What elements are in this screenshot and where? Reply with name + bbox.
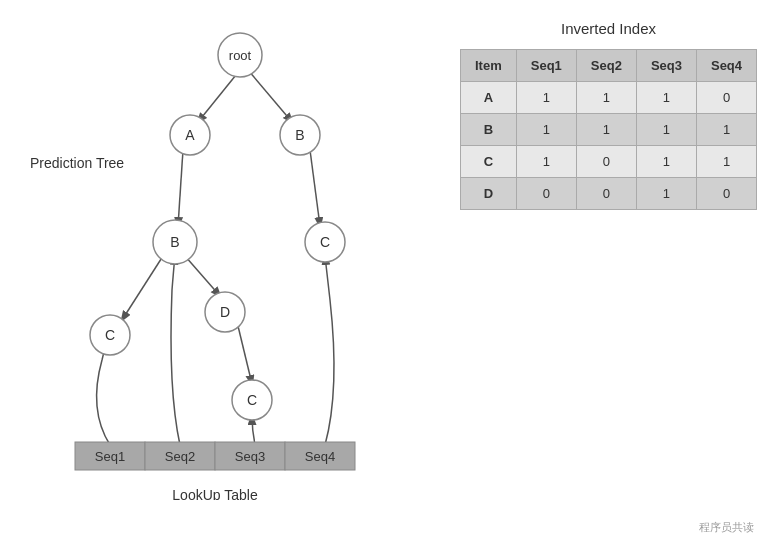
inverted-index-table: Item Seq1 Seq2 Seq3 Seq4 A1110B1111C1011… [460,49,757,210]
cell-value: 0 [696,82,756,114]
svg-line-2 [178,150,183,226]
col-header-seq1: Seq1 [516,50,576,82]
svg-text:D: D [220,304,230,320]
svg-line-5 [185,256,220,296]
cell-item: A [461,82,517,114]
svg-text:Seq3: Seq3 [235,449,265,464]
col-header-item: Item [461,50,517,82]
cell-value: 1 [516,114,576,146]
col-header-seq2: Seq2 [576,50,636,82]
table-row: A1110 [461,82,757,114]
index-title: Inverted Index [460,20,757,37]
svg-line-3 [310,150,320,226]
tree-section: Prediction Tree [20,10,440,537]
svg-text:root: root [229,48,252,63]
svg-line-6 [238,326,252,384]
watermark: 程序员共读 [699,520,754,535]
cell-value: 1 [576,114,636,146]
cell-value: 0 [516,178,576,210]
table-row: D0010 [461,178,757,210]
cell-value: 0 [576,178,636,210]
main-container: Prediction Tree [0,0,772,547]
col-header-seq4: Seq4 [696,50,756,82]
table-header-row: Item Seq1 Seq2 Seq3 Seq4 [461,50,757,82]
svg-text:B: B [295,127,304,143]
index-section: Inverted Index Item Seq1 Seq2 Seq3 Seq4 … [440,10,757,537]
cell-value: 0 [576,146,636,178]
cell-value: 1 [636,146,696,178]
cell-value: 1 [516,146,576,178]
cell-item: D [461,178,517,210]
cell-item: C [461,146,517,178]
svg-line-0 [198,70,240,122]
svg-text:Seq2: Seq2 [165,449,195,464]
svg-text:C: C [247,392,257,408]
cell-value: 1 [636,114,696,146]
cell-value: 1 [636,82,696,114]
table-row: C1011 [461,146,757,178]
svg-text:LookUp Table: LookUp Table [172,487,258,500]
svg-line-1 [248,70,292,122]
col-header-seq3: Seq3 [636,50,696,82]
cell-value: 1 [696,114,756,146]
svg-text:C: C [105,327,115,343]
table-row: B1111 [461,114,757,146]
svg-text:A: A [185,127,195,143]
cell-item: B [461,114,517,146]
svg-line-4 [122,256,163,320]
cell-value: 1 [516,82,576,114]
cell-value: 1 [696,146,756,178]
cell-value: 1 [576,82,636,114]
cell-value: 1 [636,178,696,210]
svg-text:Seq1: Seq1 [95,449,125,464]
svg-text:C: C [320,234,330,250]
tree-svg: root A B B C C D C Seq1 [20,10,440,500]
svg-text:Seq4: Seq4 [305,449,335,464]
cell-value: 0 [696,178,756,210]
svg-text:B: B [170,234,179,250]
